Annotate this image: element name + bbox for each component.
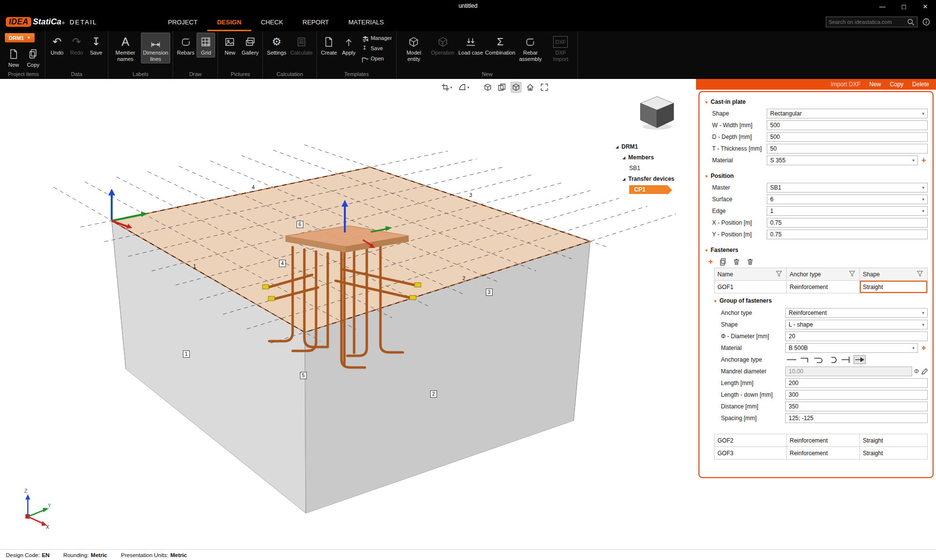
column-header-name[interactable]: Name: [715, 268, 787, 281]
filter-icon[interactable]: [849, 270, 856, 278]
tree-item-sb1[interactable]: SB1: [605, 163, 688, 174]
project-item-selector[interactable]: DRM1▼: [5, 33, 35, 42]
3d-viewport[interactable]: 4 3 1 2 6 4 3 1 5 2 Z Y X ▾ ▾: [0, 79, 696, 549]
anchorage-hook-180-option[interactable]: [813, 355, 825, 364]
anchorage-selected-option[interactable]: [854, 355, 866, 364]
delete-fastener-button[interactable]: [733, 258, 740, 266]
panel-new-button[interactable]: New: [869, 81, 881, 88]
mandrel-diameter-input[interactable]: [785, 367, 912, 376]
expander-icon[interactable]: ◢: [616, 145, 621, 149]
fastener-material-select[interactable]: B 500B▾: [785, 343, 918, 353]
solid-view-button[interactable]: [511, 82, 521, 93]
undo-button[interactable]: ↶ Undo: [48, 33, 66, 58]
template-save-button[interactable]: ↧ Save: [361, 43, 394, 53]
table-row-gof2[interactable]: GOF2 Reinforcement Straight: [715, 434, 927, 447]
edit-pencil-icon[interactable]: [921, 367, 928, 375]
distance-input[interactable]: [785, 402, 928, 411]
maximize-button[interactable]: ◻: [893, 0, 915, 13]
column-header-shape[interactable]: Shape: [860, 268, 927, 281]
section-position[interactable]: ▾ Position: [705, 170, 928, 182]
dimension-lines-button[interactable]: Dimension lines: [141, 33, 170, 63]
tab-check[interactable]: CHECK: [251, 13, 293, 31]
3d-scene[interactable]: [0, 79, 696, 549]
anchorage-head-plate-option[interactable]: [840, 355, 852, 364]
table-row-gof1[interactable]: GOF1 Reinforcement Straight: [715, 281, 927, 293]
grid-button[interactable]: Grid: [197, 33, 215, 58]
navigation-cube[interactable]: [637, 94, 678, 132]
axonometry-view-button[interactable]: [482, 82, 493, 93]
search-input[interactable]: [829, 19, 905, 25]
template-create-button[interactable]: Create: [319, 33, 339, 58]
tab-design[interactable]: DESIGN: [207, 13, 251, 31]
section-fasteners[interactable]: ▾ Fasteners: [705, 244, 928, 256]
diameter-input[interactable]: [785, 331, 928, 341]
depth-input[interactable]: [767, 132, 928, 142]
member-names-button[interactable]: A Member names: [111, 33, 140, 63]
views-button[interactable]: [497, 82, 507, 93]
template-manager-button[interactable]: Manager: [361, 33, 394, 43]
tree-item-cp1-selected[interactable]: CP1: [605, 184, 688, 195]
material-select[interactable]: S 355▾: [767, 155, 918, 165]
filter-icon[interactable]: [776, 270, 783, 278]
tab-report[interactable]: REPORT: [293, 13, 339, 31]
info-icon[interactable]: [922, 18, 930, 26]
rebars-button[interactable]: Rebars: [176, 33, 196, 58]
minimize-button[interactable]: —: [872, 0, 893, 13]
tab-materials[interactable]: MATERIALS: [339, 13, 394, 31]
group-of-fasteners-header[interactable]: ▾ Group of fasteners: [714, 294, 928, 307]
rebar-assembly-button[interactable]: Rebar assembly: [516, 33, 545, 63]
calculate-button[interactable]: Calculate: [289, 33, 314, 58]
project-item-copy-button[interactable]: Copy: [24, 45, 42, 70]
shape-select[interactable]: Rectangular▾: [767, 109, 928, 118]
fastener-shape-select[interactable]: L - shape▾: [785, 320, 928, 329]
picture-new-button[interactable]: New: [220, 33, 239, 58]
master-select[interactable]: SB1▾: [767, 183, 928, 193]
settings-button[interactable]: ⚙ Settings: [265, 33, 288, 58]
panel-delete-button[interactable]: Delete: [912, 81, 929, 88]
expander-icon[interactable]: ◢: [622, 155, 628, 160]
save-button[interactable]: ↧ Save: [87, 33, 105, 58]
import-dxf-button[interactable]: Import DXF: [831, 81, 860, 88]
measure-button[interactable]: ▾: [457, 82, 471, 93]
model-entity-button[interactable]: Model entity: [399, 33, 428, 63]
tree-item-transfer-devices[interactable]: ◢ Transfer devices: [605, 174, 688, 184]
project-item-new-button[interactable]: New: [4, 45, 23, 70]
copy-fastener-button[interactable]: [719, 258, 727, 266]
zoom-fit-button[interactable]: [539, 82, 550, 93]
combination-button[interactable]: Σ Combination: [485, 33, 515, 58]
filter-icon[interactable]: [916, 270, 924, 278]
surface-select[interactable]: 6▾: [767, 194, 928, 204]
anchorage-loop-option[interactable]: [826, 355, 838, 364]
dxf-import-button[interactable]: DXF DXF Import: [546, 33, 575, 63]
tab-project[interactable]: PROJECT: [158, 13, 207, 31]
column-header-anchor-type[interactable]: Anchor type: [787, 268, 860, 281]
section-crop-button[interactable]: ▾: [440, 82, 454, 93]
anchor-type-select[interactable]: Reinforcement▾: [785, 308, 928, 318]
expander-icon[interactable]: ◢: [622, 177, 628, 181]
anchorage-straight-option[interactable]: [785, 355, 797, 364]
anchorage-hook-90-option[interactable]: [799, 355, 811, 364]
length-input[interactable]: [785, 378, 928, 388]
add-fastener-button[interactable]: +: [708, 257, 713, 267]
close-button[interactable]: ✕: [915, 0, 936, 13]
table-row-gof3[interactable]: GOF3 Reinforcement Straight: [715, 447, 927, 460]
load-case-button[interactable]: Load case: [457, 33, 485, 58]
delete-all-fasteners-button[interactable]: [746, 258, 754, 266]
gallery-button[interactable]: Gallery: [240, 33, 260, 58]
section-cast-in-plate[interactable]: ▾ Cast-in plate: [705, 96, 928, 108]
y-position-input[interactable]: [767, 230, 928, 239]
panel-copy-button[interactable]: Copy: [890, 81, 903, 88]
redo-button[interactable]: ↷ Redo: [67, 33, 86, 58]
tree-item-drm1[interactable]: ◢ DRM1: [605, 141, 688, 152]
width-input[interactable]: [767, 120, 928, 130]
x-position-input[interactable]: [767, 218, 928, 228]
spacing-input[interactable]: [785, 413, 928, 423]
search-icon[interactable]: [907, 18, 915, 26]
thickness-input[interactable]: [767, 144, 928, 154]
operation-button[interactable]: Operation: [429, 33, 456, 58]
home-view-button[interactable]: [525, 82, 536, 93]
template-apply-button[interactable]: Apply: [339, 33, 358, 58]
template-open-button[interactable]: Open: [361, 53, 394, 63]
length-down-input[interactable]: [785, 390, 928, 400]
add-fastener-material-button[interactable]: +: [920, 344, 928, 352]
